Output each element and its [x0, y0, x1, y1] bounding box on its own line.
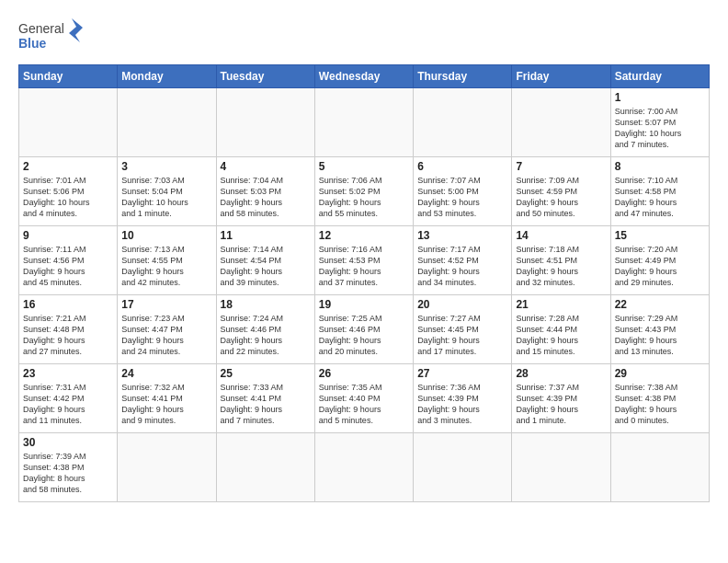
- calendar-cell: 13Sunrise: 7:17 AM Sunset: 4:52 PM Dayli…: [414, 226, 512, 295]
- day-number: 17: [121, 298, 211, 311]
- day-info: Sunrise: 7:04 AM Sunset: 5:03 PM Dayligh…: [221, 175, 311, 220]
- day-number: 15: [615, 229, 705, 242]
- day-number: 14: [516, 229, 606, 242]
- day-info: Sunrise: 7:00 AM Sunset: 5:07 PM Dayligh…: [615, 106, 705, 151]
- calendar-cell: 28Sunrise: 7:37 AM Sunset: 4:39 PM Dayli…: [512, 364, 610, 433]
- day-number: 23: [23, 367, 113, 380]
- day-info: Sunrise: 7:28 AM Sunset: 4:44 PM Dayligh…: [516, 313, 606, 358]
- day-info: Sunrise: 7:13 AM Sunset: 4:55 PM Dayligh…: [121, 244, 211, 289]
- day-info: Sunrise: 7:31 AM Sunset: 4:42 PM Dayligh…: [23, 382, 113, 427]
- day-number: 3: [121, 160, 211, 173]
- day-info: Sunrise: 7:36 AM Sunset: 4:39 PM Dayligh…: [417, 382, 507, 427]
- day-number: 20: [417, 298, 507, 311]
- calendar-cell: [118, 88, 216, 157]
- day-number: 6: [417, 160, 507, 173]
- calendar-cell: 11Sunrise: 7:14 AM Sunset: 4:54 PM Dayli…: [216, 226, 314, 295]
- day-number: 22: [615, 298, 705, 311]
- day-info: Sunrise: 7:32 AM Sunset: 4:41 PM Dayligh…: [121, 382, 211, 427]
- weekday-header-saturday: Saturday: [610, 65, 709, 88]
- calendar-table: SundayMondayTuesdayWednesdayThursdayFrid…: [18, 64, 710, 502]
- calendar-week-row: 16Sunrise: 7:21 AM Sunset: 4:48 PM Dayli…: [19, 295, 710, 364]
- day-info: Sunrise: 7:20 AM Sunset: 4:49 PM Dayligh…: [615, 244, 705, 289]
- weekday-header-row: SundayMondayTuesdayWednesdayThursdayFrid…: [19, 65, 710, 88]
- day-info: Sunrise: 7:01 AM Sunset: 5:06 PM Dayligh…: [23, 175, 113, 220]
- calendar-cell: [118, 433, 216, 502]
- day-number: 13: [417, 229, 507, 242]
- calendar-cell: 14Sunrise: 7:18 AM Sunset: 4:51 PM Dayli…: [512, 226, 610, 295]
- calendar-cell: [512, 88, 610, 157]
- day-number: 29: [615, 367, 705, 380]
- day-info: Sunrise: 7:27 AM Sunset: 4:45 PM Dayligh…: [417, 313, 507, 358]
- day-info: Sunrise: 7:07 AM Sunset: 5:00 PM Dayligh…: [417, 175, 507, 220]
- weekday-header-thursday: Thursday: [414, 65, 512, 88]
- calendar-cell: [610, 433, 709, 502]
- day-number: 5: [319, 160, 409, 173]
- day-info: Sunrise: 7:10 AM Sunset: 4:58 PM Dayligh…: [615, 175, 705, 220]
- calendar-cell: 21Sunrise: 7:28 AM Sunset: 4:44 PM Dayli…: [512, 295, 610, 364]
- calendar-cell: 17Sunrise: 7:23 AM Sunset: 4:47 PM Dayli…: [118, 295, 216, 364]
- day-info: Sunrise: 7:37 AM Sunset: 4:39 PM Dayligh…: [516, 382, 606, 427]
- weekday-header-wednesday: Wednesday: [314, 65, 413, 88]
- generalblue-logo-icon: General Blue: [18, 15, 83, 55]
- day-number: 28: [516, 367, 606, 380]
- day-number: 21: [516, 298, 606, 311]
- day-info: Sunrise: 7:25 AM Sunset: 4:46 PM Dayligh…: [319, 313, 409, 358]
- calendar-cell: 9Sunrise: 7:11 AM Sunset: 4:56 PM Daylig…: [19, 226, 118, 295]
- calendar-cell: [414, 88, 512, 157]
- day-number: 1: [615, 91, 705, 104]
- calendar-cell: [216, 88, 314, 157]
- calendar-cell: 24Sunrise: 7:32 AM Sunset: 4:41 PM Dayli…: [118, 364, 216, 433]
- calendar-cell: 15Sunrise: 7:20 AM Sunset: 4:49 PM Dayli…: [610, 226, 709, 295]
- calendar-cell: 18Sunrise: 7:24 AM Sunset: 4:46 PM Dayli…: [216, 295, 314, 364]
- day-number: 12: [319, 229, 409, 242]
- calendar-cell: 8Sunrise: 7:10 AM Sunset: 4:58 PM Daylig…: [610, 157, 709, 226]
- calendar-cell: 20Sunrise: 7:27 AM Sunset: 4:45 PM Dayli…: [414, 295, 512, 364]
- calendar-cell: 26Sunrise: 7:35 AM Sunset: 4:40 PM Dayli…: [314, 364, 413, 433]
- day-info: Sunrise: 7:16 AM Sunset: 4:53 PM Dayligh…: [319, 244, 409, 289]
- day-number: 11: [221, 229, 311, 242]
- day-info: Sunrise: 7:24 AM Sunset: 4:46 PM Dayligh…: [221, 313, 311, 358]
- day-info: Sunrise: 7:17 AM Sunset: 4:52 PM Dayligh…: [417, 244, 507, 289]
- calendar-cell: [314, 433, 413, 502]
- day-number: 4: [221, 160, 311, 173]
- calendar-cell: 25Sunrise: 7:33 AM Sunset: 4:41 PM Dayli…: [216, 364, 314, 433]
- weekday-header-tuesday: Tuesday: [216, 65, 314, 88]
- day-info: Sunrise: 7:06 AM Sunset: 5:02 PM Dayligh…: [319, 175, 409, 220]
- calendar-cell: 30Sunrise: 7:39 AM Sunset: 4:38 PM Dayli…: [19, 433, 118, 502]
- day-number: 2: [23, 160, 113, 173]
- day-number: 27: [417, 367, 507, 380]
- header: General Blue: [18, 15, 710, 55]
- calendar-cell: 27Sunrise: 7:36 AM Sunset: 4:39 PM Dayli…: [414, 364, 512, 433]
- day-number: 26: [319, 367, 409, 380]
- day-info: Sunrise: 7:11 AM Sunset: 4:56 PM Dayligh…: [23, 244, 113, 289]
- calendar-cell: 1Sunrise: 7:00 AM Sunset: 5:07 PM Daylig…: [610, 88, 709, 157]
- calendar-cell: [216, 433, 314, 502]
- day-number: 8: [615, 160, 705, 173]
- calendar-cell: 3Sunrise: 7:03 AM Sunset: 5:04 PM Daylig…: [118, 157, 216, 226]
- calendar-cell: 2Sunrise: 7:01 AM Sunset: 5:06 PM Daylig…: [19, 157, 118, 226]
- calendar-cell: 29Sunrise: 7:38 AM Sunset: 4:38 PM Dayli…: [610, 364, 709, 433]
- calendar-week-row: 23Sunrise: 7:31 AM Sunset: 4:42 PM Dayli…: [19, 364, 710, 433]
- day-number: 18: [221, 298, 311, 311]
- day-number: 16: [23, 298, 113, 311]
- calendar-week-row: 2Sunrise: 7:01 AM Sunset: 5:06 PM Daylig…: [19, 157, 710, 226]
- day-info: Sunrise: 7:38 AM Sunset: 4:38 PM Dayligh…: [615, 382, 705, 427]
- weekday-header-monday: Monday: [118, 65, 216, 88]
- day-info: Sunrise: 7:09 AM Sunset: 4:59 PM Dayligh…: [516, 175, 606, 220]
- day-number: 25: [221, 367, 311, 380]
- calendar-cell: 16Sunrise: 7:21 AM Sunset: 4:48 PM Dayli…: [19, 295, 118, 364]
- logo: General Blue: [18, 15, 83, 55]
- calendar-week-row: 30Sunrise: 7:39 AM Sunset: 4:38 PM Dayli…: [19, 433, 710, 502]
- svg-text:General: General: [18, 21, 64, 36]
- calendar-cell: 5Sunrise: 7:06 AM Sunset: 5:02 PM Daylig…: [314, 157, 413, 226]
- day-number: 7: [516, 160, 606, 173]
- svg-marker-2: [69, 18, 83, 42]
- day-number: 30: [23, 436, 113, 449]
- day-number: 9: [23, 229, 113, 242]
- weekday-header-friday: Friday: [512, 65, 610, 88]
- day-info: Sunrise: 7:23 AM Sunset: 4:47 PM Dayligh…: [121, 313, 211, 358]
- calendar-week-row: 9Sunrise: 7:11 AM Sunset: 4:56 PM Daylig…: [19, 226, 710, 295]
- calendar-cell: [314, 88, 413, 157]
- day-number: 19: [319, 298, 409, 311]
- day-info: Sunrise: 7:03 AM Sunset: 5:04 PM Dayligh…: [121, 175, 211, 220]
